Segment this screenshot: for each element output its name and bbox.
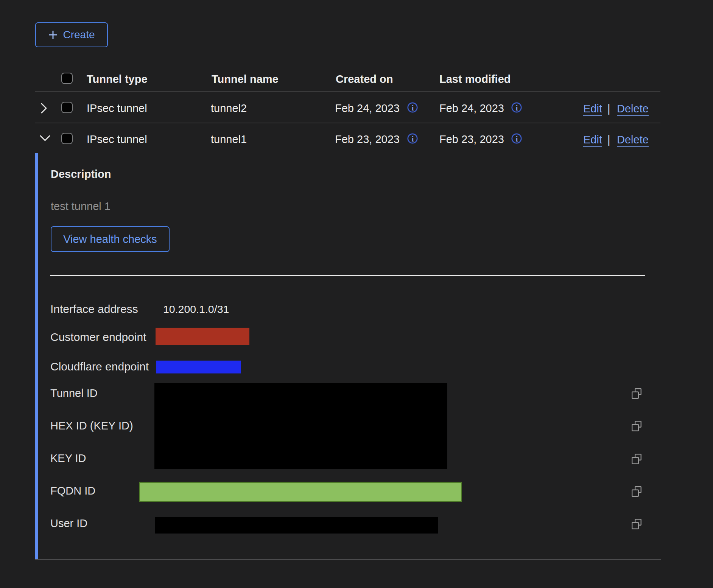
svg-text:i: i	[412, 135, 414, 143]
svg-text:i: i	[412, 104, 414, 112]
svg-text:i: i	[516, 104, 518, 112]
svg-text:i: i	[516, 135, 518, 143]
